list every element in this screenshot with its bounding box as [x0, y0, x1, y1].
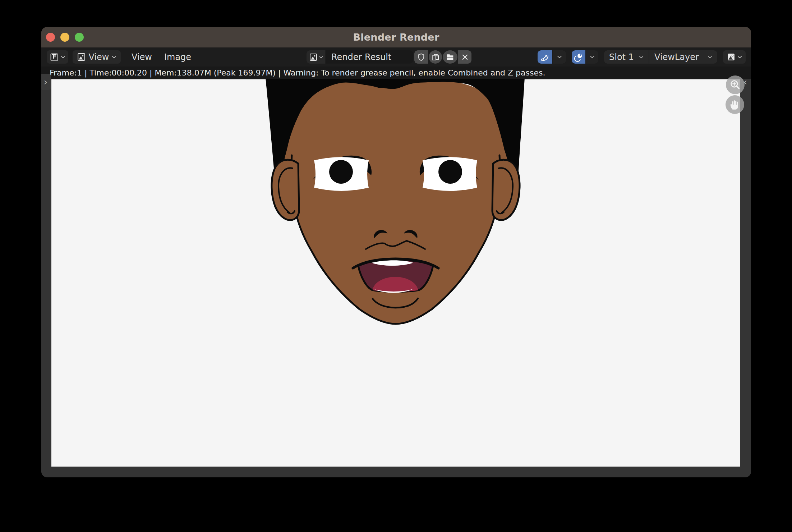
render-image [51, 79, 740, 467]
unlink-image-button[interactable] [458, 50, 471, 64]
maximize-button[interactable] [75, 33, 84, 42]
copy-icon [431, 53, 440, 61]
gizmo-arrow-icon [540, 52, 549, 62]
pan-gizmo-button[interactable] [726, 95, 744, 114]
image-channels-icon [727, 52, 736, 61]
gizmo-toggle[interactable] [538, 50, 552, 64]
overlays-dropdown[interactable] [586, 50, 598, 64]
zoom-gizmo-button[interactable] [726, 75, 745, 94]
open-image-button[interactable] [443, 50, 457, 64]
render-info-bar: Frame:1 | Time:00:00.20 | Mem:138.07M (P… [41, 66, 751, 79]
chevron-down-icon [737, 56, 742, 59]
right-pupil [438, 160, 462, 184]
chevron-down-icon [61, 56, 65, 59]
folder-icon [446, 52, 455, 61]
menu-view[interactable]: View [130, 52, 153, 62]
shield-icon [417, 53, 425, 61]
left-ear [272, 160, 299, 220]
titlebar: Blender Render [41, 27, 751, 47]
chevron-down-icon [112, 56, 116, 59]
toolbar-right: Slot 1 ViewLayer [538, 50, 746, 64]
blender-window: Blender Render [41, 27, 751, 477]
toolbar-center: Render Result [307, 50, 471, 64]
render-info-text: Frame:1 | Time:00:00.20 | Mem:138.07M (P… [41, 68, 545, 77]
image-editor-icon [50, 52, 59, 62]
display-channels-dropdown[interactable] [723, 50, 746, 64]
right-ear [492, 160, 520, 220]
slot-dropdown-label: Slot 1 [609, 52, 634, 62]
editor-type-button[interactable] [47, 50, 68, 64]
image-name-field[interactable]: Render Result [326, 50, 413, 64]
mode-dropdown[interactable]: View [73, 50, 121, 64]
overlays-toggle[interactable] [572, 50, 585, 64]
image-icon [77, 52, 86, 61]
view-layer-dropdown-label: ViewLayer [654, 52, 699, 62]
new-image-button[interactable] [429, 50, 442, 64]
gizmo-dropdown[interactable] [553, 50, 566, 64]
sidebar-toggle-left[interactable]: › [41, 74, 51, 90]
chevron-down-icon [557, 55, 562, 59]
minimize-button[interactable] [60, 33, 69, 42]
traffic-lights [46, 27, 84, 47]
chevron-down-icon [639, 56, 644, 59]
close-button[interactable] [46, 33, 55, 42]
slot-dropdown[interactable]: Slot 1 [604, 50, 649, 64]
x-icon [461, 53, 469, 61]
image-browse-button[interactable] [307, 50, 325, 64]
left-pupil [329, 160, 353, 184]
fake-user-button[interactable] [414, 50, 428, 64]
toolbar-left: View View Image [47, 50, 193, 64]
hand-icon [729, 98, 741, 111]
image-editor-header: View View Image [41, 47, 751, 66]
chevron-down-icon [319, 56, 323, 59]
chevron-right-icon: › [44, 77, 47, 87]
chevron-down-icon [708, 56, 712, 59]
mode-dropdown-label: View [89, 52, 109, 62]
magnifier-icon [729, 79, 741, 91]
image-icon [309, 53, 318, 61]
render-viewport[interactable]: › ‹ [51, 79, 740, 467]
screen: Blender Render [0, 0, 792, 532]
menu-image[interactable]: Image [163, 52, 193, 62]
view-layer-dropdown[interactable]: ViewLayer [649, 50, 717, 64]
window-title: Blender Render [41, 32, 751, 43]
chevron-down-icon [590, 55, 595, 59]
overlays-icon [574, 52, 583, 62]
